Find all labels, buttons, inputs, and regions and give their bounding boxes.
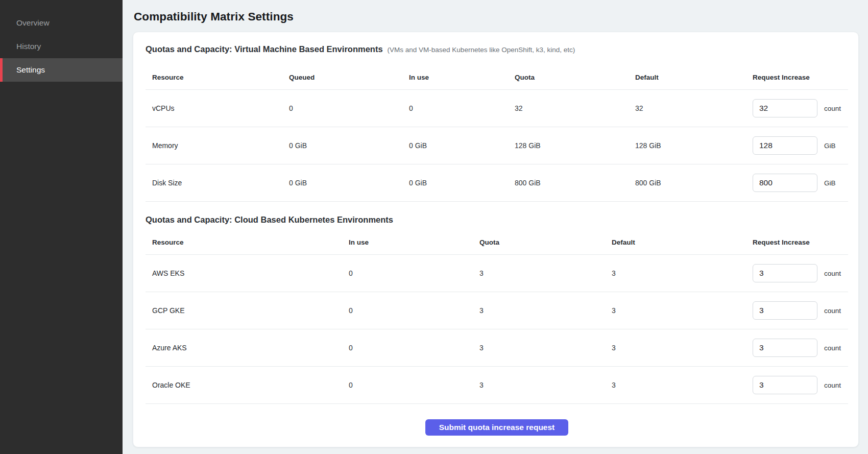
cell-quota: 32 (515, 90, 635, 127)
vm-section-header: Quotas and Capacity: Virtual Machine Bas… (146, 44, 848, 54)
cell-in-use: 0 (349, 292, 479, 329)
unit-label: count (824, 307, 841, 315)
table-row: Disk Size0 GiB0 GiB800 GiB800 GiBGiB (146, 164, 848, 202)
sidebar-item-label: Overview (16, 18, 50, 28)
cell-in-use: 0 (349, 255, 479, 292)
cloud-section-heading: Quotas and Capacity: Cloud Based Kuberne… (146, 215, 393, 225)
request-increase-control: count (753, 301, 848, 320)
cell-default: 3 (612, 329, 753, 367)
table-header-row: ResourceQueuedIn useQuotaDefaultRequest … (146, 61, 848, 90)
cell-resource: GCP GKE (146, 292, 349, 329)
request-increase-control: count (753, 339, 848, 357)
request-increase-control: GiB (753, 136, 848, 155)
cell-request-increase: count (753, 90, 848, 127)
column-header-in-use: In use (349, 232, 479, 255)
cell-default: 3 (612, 292, 753, 329)
vm-section-heading: Quotas and Capacity: Virtual Machine Bas… (146, 44, 383, 54)
sidebar: OverviewHistorySettings (0, 0, 123, 454)
cloud-section-header: Quotas and Capacity: Cloud Based Kuberne… (146, 215, 848, 225)
request-increase-input[interactable] (753, 339, 817, 357)
cell-quota: 800 GiB (515, 164, 635, 202)
cell-quota: 3 (479, 329, 612, 367)
cell-default: 3 (612, 367, 753, 404)
sidebar-item-settings[interactable]: Settings (0, 58, 123, 82)
cell-in-use: 0 (349, 329, 479, 367)
table-row: Memory0 GiB0 GiB128 GiB128 GiBGiB (146, 127, 848, 164)
cell-request-increase: count (753, 329, 848, 367)
column-header-resource: Resource (146, 61, 289, 90)
cell-request-increase: count (753, 292, 848, 329)
cell-request-increase: GiB (753, 164, 848, 202)
column-header-request-increase: Request Increase (753, 61, 848, 90)
sidebar-item-overview[interactable]: Overview (0, 11, 123, 35)
column-header-queued: Queued (289, 61, 409, 90)
unit-label: count (824, 381, 841, 389)
request-increase-control: count (753, 99, 848, 117)
cell-request-increase: count (753, 255, 848, 292)
main-content: Compatibility Matrix Settings Quotas and… (123, 0, 868, 447)
cloud-quota-section: Quotas and Capacity: Cloud Based Kuberne… (146, 215, 848, 404)
unit-label: count (824, 344, 841, 352)
request-increase-input[interactable] (753, 99, 817, 117)
cell-resource: vCPUs (146, 90, 289, 127)
column-header-resource: Resource (146, 232, 349, 255)
cell-queued: 0 GiB (289, 127, 409, 164)
cell-in-use: 0 (349, 367, 479, 404)
cell-queued: 0 (289, 90, 409, 127)
unit-label: GiB (824, 142, 836, 150)
column-header-request-increase: Request Increase (753, 232, 848, 255)
table-row: AWS EKS033count (146, 255, 848, 292)
unit-label: count (824, 270, 841, 277)
cell-resource: AWS EKS (146, 255, 349, 292)
submit-quota-increase-button[interactable]: Submit quota increase request (425, 419, 569, 436)
cell-request-increase: count (753, 367, 848, 404)
cell-resource: Azure AKS (146, 329, 349, 367)
cell-quota: 3 (479, 367, 612, 404)
request-increase-input[interactable] (753, 376, 817, 394)
column-header-quota: Quota (479, 232, 612, 255)
cell-request-increase: GiB (753, 127, 848, 164)
sidebar-nav: OverviewHistorySettings (0, 11, 123, 82)
cell-default: 128 GiB (635, 127, 753, 164)
cell-quota: 3 (479, 292, 612, 329)
request-increase-input[interactable] (753, 174, 817, 192)
table-row: vCPUs003232count (146, 90, 848, 127)
cell-default: 32 (635, 90, 753, 127)
unit-label: GiB (824, 179, 836, 187)
table-row: GCP GKE033count (146, 292, 848, 329)
cell-queued: 0 GiB (289, 164, 409, 202)
request-increase-control: count (753, 264, 848, 282)
column-header-quota: Quota (515, 61, 635, 90)
vm-quota-table: ResourceQueuedIn useQuotaDefaultRequest … (146, 61, 848, 202)
cell-default: 3 (612, 255, 753, 292)
cell-in-use: 0 (409, 90, 515, 127)
cell-resource: Memory (146, 127, 289, 164)
sidebar-item-label: Settings (16, 65, 45, 75)
table-row: Oracle OKE033count (146, 367, 848, 404)
vm-quota-section: Quotas and Capacity: Virtual Machine Bas… (146, 44, 848, 202)
table-row: Azure AKS033count (146, 329, 848, 367)
cell-default: 800 GiB (635, 164, 753, 202)
cell-in-use: 0 GiB (409, 164, 515, 202)
request-increase-control: GiB (753, 174, 848, 192)
cloud-quota-table: ResourceIn useQuotaDefaultRequest Increa… (146, 232, 848, 404)
page-title: Compatibility Matrix Settings (134, 10, 859, 23)
settings-card: Quotas and Capacity: Virtual Machine Bas… (133, 32, 859, 447)
request-increase-input[interactable] (753, 301, 817, 320)
request-increase-input[interactable] (753, 264, 817, 282)
column-header-default: Default (612, 232, 753, 255)
column-header-in-use: In use (409, 61, 515, 90)
sidebar-item-history[interactable]: History (0, 35, 123, 58)
cell-resource: Oracle OKE (146, 367, 349, 404)
cell-in-use: 0 GiB (409, 127, 515, 164)
vm-section-subtitle: (VMs and VM-based Kubernetes like OpenSh… (388, 46, 575, 54)
column-header-default: Default (635, 61, 753, 90)
cell-quota: 128 GiB (515, 127, 635, 164)
cell-quota: 3 (479, 255, 612, 292)
cell-resource: Disk Size (146, 164, 289, 202)
submit-row: Submit quota increase request (146, 404, 848, 436)
request-increase-input[interactable] (753, 136, 817, 155)
unit-label: count (824, 105, 841, 112)
table-header-row: ResourceIn useQuotaDefaultRequest Increa… (146, 232, 848, 255)
sidebar-item-label: History (16, 42, 41, 51)
